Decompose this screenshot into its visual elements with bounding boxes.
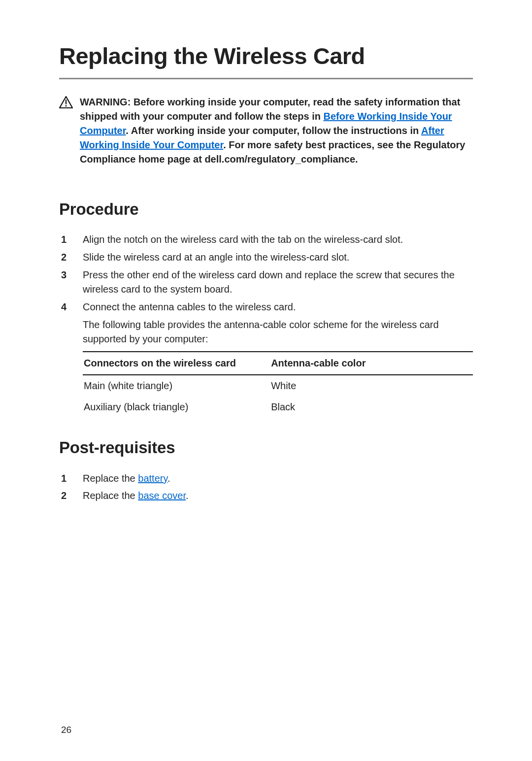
table-header-connectors: Connectors on the wireless card	[83, 352, 270, 375]
postreq-step: Replace the battery.	[59, 471, 473, 486]
postreq-prefix: Replace the	[83, 490, 138, 501]
svg-point-2	[66, 105, 67, 106]
table-cell: Main (white triangle)	[83, 375, 270, 397]
postreq-suffix: .	[186, 490, 189, 501]
table-header-row: Connectors on the wireless card Antenna-…	[83, 352, 473, 375]
procedure-step: Press the other end of the wireless card…	[59, 268, 473, 297]
postreq-step: Replace the base cover.	[59, 488, 473, 503]
procedure-step: Align the notch on the wireless card wit…	[59, 232, 473, 247]
table-cell: Black	[270, 397, 473, 418]
table-cell: Auxiliary (black triangle)	[83, 397, 270, 418]
procedure-step: Slide the wireless card at an angle into…	[59, 250, 473, 265]
procedure-step: Connect the antenna cables to the wirele…	[59, 300, 473, 418]
warning-icon	[59, 95, 73, 111]
postreq-prefix: Replace the	[83, 473, 138, 484]
page-title: Replacing the Wireless Card	[59, 43, 473, 79]
table-header-color: Antenna-cable color	[270, 352, 473, 375]
page-number: 26	[61, 725, 71, 735]
procedure-heading: Procedure	[59, 200, 473, 219]
postreq-heading: Post-requisites	[59, 438, 473, 457]
link-battery[interactable]: battery	[138, 473, 167, 484]
postreq-list: Replace the battery. Replace the base co…	[59, 471, 473, 503]
table-row: Main (white triangle) White	[83, 375, 473, 397]
procedure-list: Align the notch on the wireless card wit…	[59, 232, 473, 418]
warning-part-2: . After working inside your computer, fo…	[126, 125, 421, 136]
warning-block: WARNING: Before working inside your comp…	[59, 95, 473, 166]
warning-text: WARNING: Before working inside your comp…	[80, 95, 473, 166]
antenna-table: Connectors on the wireless card Antenna-…	[83, 351, 473, 418]
postreq-suffix: .	[167, 473, 170, 484]
step-note: The following table provides the antenna…	[83, 318, 473, 346]
table-row: Auxiliary (black triangle) Black	[83, 397, 473, 418]
link-base-cover[interactable]: base cover	[138, 490, 186, 501]
procedure-step-text: Connect the antenna cables to the wirele…	[83, 301, 296, 312]
table-cell: White	[270, 375, 473, 397]
